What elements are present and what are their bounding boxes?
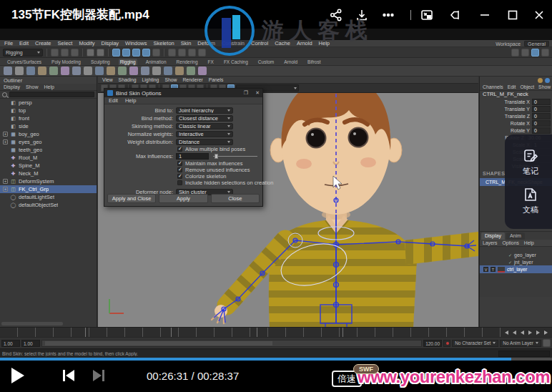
expand-toggle-icon[interactable]: + [3,132,8,137]
dialog-button[interactable]: Close [211,194,260,203]
sidebar-tool-settings-icon[interactable] [541,49,549,57]
layer-color-swatch[interactable] [498,267,505,273]
dropdown-select[interactable]: Joint hierarchy [176,107,233,114]
layer-visibility-toggle[interactable]: V [483,267,488,272]
outliner-item[interactable]: + DeformSystem [0,177,97,185]
layer-row[interactable]: V T jnt_layer [480,258,552,265]
viewport-menu-item[interactable]: Renderer [182,77,202,82]
dialog-menu-item[interactable]: Help [125,97,136,104]
workspace-selector[interactable]: Workspace General [496,41,549,46]
dialog-menu-item[interactable]: Edit [109,97,118,104]
maya-menu-item[interactable]: Create [35,40,51,46]
maya-menu-item[interactable]: Select [58,40,73,46]
shelf-tab[interactable]: FX Caching [222,59,250,65]
layer-tab[interactable]: Anim [506,232,525,240]
shelf-tab[interactable]: Curves/Surfaces [6,59,43,65]
shelf-icon[interactable] [95,67,104,75]
dialog-checkbox[interactable]: Colorize skeleton [104,173,262,180]
outliner-hscrollbar[interactable] [1,322,63,325]
dialog-checkbox[interactable]: Maintain max influences [104,160,262,167]
shelf-tab[interactable]: FX [207,59,215,65]
anim-layer-dropdown[interactable]: No Anim Layer [500,340,541,347]
shelf-icon[interactable] [118,67,127,75]
sidebar-attribute-editor-icon[interactable] [521,49,529,57]
channel-row[interactable]: Rotate Y 0 [480,127,552,134]
shelf-icon[interactable] [4,67,12,75]
dialog-button[interactable]: Apply and Close [107,194,156,203]
channel-row[interactable]: Translate Y 0 [480,105,552,112]
new-scene-icon[interactable] [51,49,59,57]
channel-row[interactable]: Translate X 0 [480,98,552,105]
max-influences-slider[interactable] [213,156,257,157]
shelf-tab[interactable]: Bifrost [306,59,322,65]
playback-options-icon[interactable] [543,339,551,347]
sidebar-modeling-toolkit-icon[interactable] [511,49,519,57]
menu-set-dropdown[interactable]: Rigging [3,49,43,57]
expand-toggle-icon[interactable]: + [3,179,8,184]
layer-tab[interactable]: Display [481,232,505,240]
range-slider-bar[interactable] [41,340,422,347]
expand-toggle-icon[interactable]: + [3,139,8,144]
dialog-close-icon[interactable]: ✕ [255,90,260,96]
layer-menu-item[interactable]: Options [502,240,518,245]
video-frame[interactable]: FileEditCreateSelectModifyDisplayWindows… [0,29,552,361]
allow-bind-poses-checkbox[interactable]: Allow multiple bind poses [104,146,262,152]
snap-plane-icon[interactable] [142,49,150,57]
shelf-icon[interactable] [61,67,69,75]
redo-icon[interactable] [97,49,104,57]
shelf-icon[interactable] [26,67,35,75]
pin-icon[interactable] [538,78,543,83]
dropdown-select[interactable]: Classic linear [176,123,233,129]
range-start-input[interactable]: 1.00 [1,340,20,347]
viewport-menu-item[interactable]: Panels [209,77,224,82]
viewport-menu-item[interactable]: Lighting [142,77,159,82]
shelf-tab[interactable]: Sculpting [89,59,112,65]
shelf-icon[interactable] [72,67,81,75]
previous-video-button[interactable] [63,370,74,381]
layer-row[interactable]: V T geo_layer [480,251,552,258]
render-icon[interactable] [178,49,186,57]
maya-menu-item[interactable]: Edit [19,40,29,46]
go-to-start-icon[interactable] [505,330,508,335]
shelf-icon[interactable] [15,67,24,75]
outliner-item[interactable]: + FK_Ctrl_Grp [0,185,97,193]
shelf-tab[interactable]: Custom [257,59,275,65]
max-influences-input[interactable]: 1 [176,153,209,160]
undo-icon[interactable] [87,49,94,57]
time-slider[interactable] [0,327,501,337]
download-icon[interactable] [355,9,368,21]
maya-menu-item[interactable]: File [4,40,13,46]
maximize-button[interactable] [506,9,519,21]
maya-menu-item[interactable]: Modify [79,40,94,46]
maya-menu-item[interactable]: Control [251,40,268,46]
playback-end-input[interactable]: 120.00 [423,340,442,347]
channel-box-menu-item[interactable]: Channels [483,84,503,89]
layer-row[interactable]: V T ctrl_layer [480,265,552,273]
outliner-item[interactable]: + boy_geo [0,130,97,138]
outliner-item[interactable]: + Spine_M [0,162,97,170]
command-result-field[interactable] [498,351,550,357]
manipulator-icon[interactable] [545,78,550,83]
maya-menu-item[interactable]: Constrain [222,40,245,46]
dropdown-select[interactable]: Closest distance [176,115,233,122]
snap-curve-icon[interactable] [122,49,130,57]
outliner-item[interactable]: + persp [0,99,97,107]
shelf-tab[interactable]: Poly Modeling [50,59,82,65]
maya-menu-item[interactable]: Skeleton [154,40,174,46]
share-icon[interactable] [330,9,342,21]
maya-menu-item[interactable]: Skin [181,40,192,46]
outliner-menu-item[interactable]: Show [26,84,39,89]
play-backwards-icon[interactable] [521,330,524,335]
shelf-tab[interactable]: Rendering [175,59,199,65]
notes-button[interactable]: 笔记 [523,148,538,177]
outliner-menu-item[interactable]: Help [44,84,54,89]
ipr-render-icon[interactable] [188,49,196,57]
shelf-icon[interactable] [38,67,46,75]
mini-player-icon[interactable] [448,9,461,21]
step-forward-icon[interactable] [536,330,540,335]
layer-menu-item[interactable]: Help [524,240,534,245]
layer-menu-item[interactable]: Layers [483,240,497,245]
playback-start-input[interactable]: 1.00 [21,340,40,347]
viewport-panel[interactable]: ViewShadingLightingShowRendererPanels [98,77,478,327]
dialog-checkbox[interactable]: Include hidden selections on creation [104,180,262,186]
